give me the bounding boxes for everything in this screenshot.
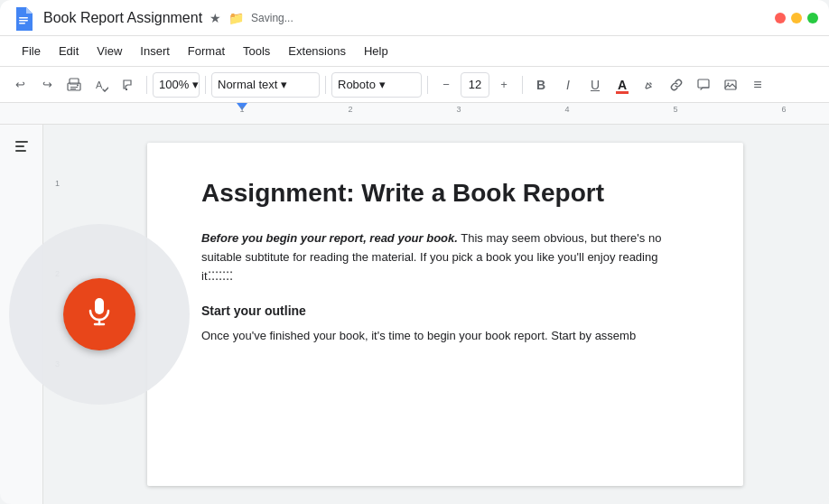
style-value: Normal text (218, 78, 277, 91)
svg-rect-11 (725, 80, 736, 89)
ruler-num: 6 (781, 105, 786, 114)
separator-3 (325, 76, 326, 94)
menu-extensions[interactable]: Extensions (281, 41, 353, 61)
svg-point-8 (77, 84, 79, 86)
bold-button[interactable]: B (528, 72, 554, 98)
menu-file[interactable]: File (14, 41, 48, 61)
svg-rect-3 (19, 23, 25, 24)
main-area: 1 2 3 Assignment: Write a Book Report Be… (0, 125, 829, 504)
doc-icon (11, 5, 36, 31)
zoom-dropdown[interactable]: 100% ▾ (153, 72, 200, 98)
voice-typing-overlay (0, 125, 199, 504)
close-button[interactable] (775, 13, 786, 23)
ruler-num: 1 (239, 105, 244, 114)
ruler-num: 5 (673, 105, 677, 114)
svg-rect-10 (698, 79, 709, 88)
document-heading: Assignment: Write a Book Report (201, 179, 689, 208)
svg-point-12 (728, 82, 730, 84)
font-size-control: − + (433, 72, 517, 98)
ruler: 1 2 3 4 5 6 (0, 103, 829, 125)
title-bar: Book Report Assignment ★ 📁 Saving... (0, 0, 829, 36)
redo-button[interactable]: ↪ (34, 72, 60, 98)
separator-5 (522, 76, 523, 94)
underline-button[interactable]: U (582, 72, 608, 98)
saving-text: Saving... (251, 12, 293, 24)
menu-tools[interactable]: Tools (236, 41, 277, 61)
decrease-font-button[interactable]: − (433, 72, 459, 98)
menu-help[interactable]: Help (357, 41, 396, 61)
paint-format-button[interactable] (116, 72, 141, 98)
zoom-value: 100% (159, 78, 189, 91)
menu-format[interactable]: Format (181, 41, 232, 61)
minimize-button[interactable] (791, 13, 802, 23)
ruler-content: 1 2 3 4 5 6 (206, 103, 829, 124)
font-value: Roboto (338, 78, 376, 91)
star-icon[interactable]: ★ (210, 11, 221, 25)
increase-font-button[interactable]: + (491, 72, 517, 98)
title-area: Book Report Assignment ★ 📁 Saving... (43, 9, 768, 26)
menu-view[interactable]: View (89, 41, 129, 61)
mic-icon (83, 294, 116, 334)
font-size-input[interactable] (461, 72, 489, 98)
spellcheck-button[interactable]: A (88, 72, 114, 98)
highlight-button[interactable] (637, 72, 662, 98)
font-color-bar (616, 91, 629, 94)
print-button[interactable] (61, 72, 87, 98)
separator-4 (427, 76, 428, 94)
menu-insert[interactable]: Insert (133, 41, 177, 61)
maximize-button[interactable] (807, 13, 818, 23)
separator-1 (146, 76, 147, 94)
svg-rect-7 (70, 89, 76, 89)
document-paragraph-2: Once you've finished your book, it's tim… (201, 327, 689, 346)
zoom-arrow: ▾ (192, 78, 199, 91)
menu-edit[interactable]: Edit (51, 41, 86, 61)
style-arrow: ▾ (281, 78, 287, 91)
window-controls (775, 13, 818, 23)
document-subheading: Start your outline (201, 303, 689, 318)
image-button[interactable] (718, 72, 743, 98)
para1-bold-italic: Before you begin your report, read your … (201, 231, 458, 245)
comment-button[interactable] (691, 72, 716, 98)
svg-rect-16 (95, 298, 104, 314)
link-button[interactable] (664, 72, 689, 98)
toolbar: ↩ ↪ A 100% ▾ Normal text ▾ Roboto ▾ − + … (0, 67, 829, 103)
separator-2 (205, 76, 206, 94)
ruler-num: 4 (564, 105, 569, 114)
font-dropdown[interactable]: Roboto ▾ (331, 72, 422, 98)
more-options-button[interactable]: ≡ (745, 72, 770, 98)
ruler-num: 2 (348, 105, 352, 114)
svg-rect-6 (70, 87, 78, 88)
svg-rect-1 (19, 17, 28, 19)
undo-button[interactable]: ↩ (7, 72, 33, 98)
folder-icon[interactable]: 📁 (228, 11, 244, 25)
doc-title[interactable]: Book Report Assignment (43, 9, 202, 26)
font-color-button[interactable]: A (610, 72, 635, 98)
svg-text:A: A (96, 79, 103, 90)
svg-rect-2 (19, 20, 28, 22)
font-arrow: ▾ (379, 78, 386, 91)
style-dropdown[interactable]: Normal text ▾ (211, 72, 320, 98)
menu-bar: File Edit View Insert Format Tools Exten… (0, 36, 829, 67)
document-paragraph-1[interactable]: Before you begin your report, read your … (201, 229, 689, 285)
italic-button[interactable]: I (555, 72, 581, 98)
microphone-button[interactable] (63, 278, 135, 350)
ruler-num: 3 (456, 105, 461, 114)
document-page: Assignment: Write a Book Report Before y… (147, 143, 743, 486)
voice-circle (9, 224, 190, 405)
